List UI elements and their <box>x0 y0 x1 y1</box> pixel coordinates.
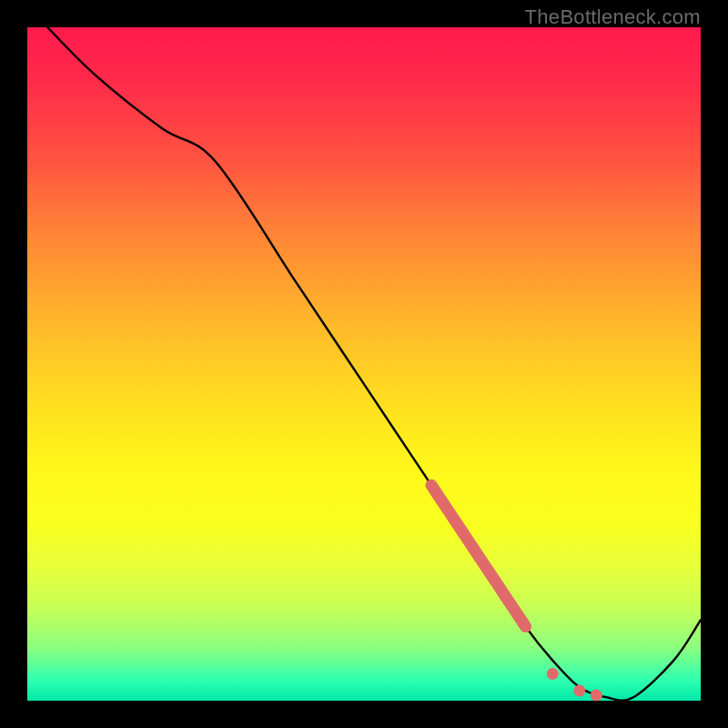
watermark-text: TheBottleneck.com <box>525 5 701 29</box>
curve-svg <box>27 27 701 701</box>
highlight-dot <box>573 684 585 696</box>
chart-frame: TheBottleneck.com <box>0 0 728 728</box>
highlight-dot <box>547 668 559 680</box>
bottleneck-curve <box>47 27 701 701</box>
plot-area <box>27 27 701 701</box>
highlight-segment <box>431 485 526 626</box>
highlight-dot <box>591 690 602 701</box>
